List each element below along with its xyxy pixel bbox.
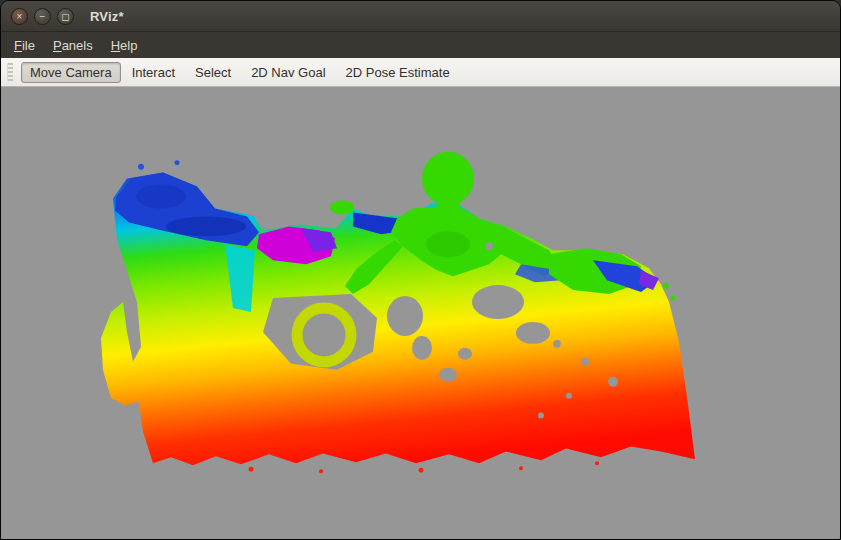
- blue-shade: [166, 216, 246, 236]
- tool-2d-pose-estimate[interactable]: 2D Pose Estimate: [337, 62, 459, 83]
- toolbar: Move Camera Interact Select 2D Nav Goal …: [1, 58, 840, 87]
- tool-interact[interactable]: Interact: [123, 62, 184, 83]
- blue-speck: [138, 164, 144, 170]
- torso-shade: [426, 231, 470, 257]
- blue-speck: [175, 160, 180, 165]
- red-specks: [249, 461, 600, 473]
- menu-panels[interactable]: Panels: [44, 35, 102, 56]
- close-icon[interactable]: ×: [11, 8, 28, 25]
- green-speck: [663, 283, 669, 289]
- toolbar-grip[interactable]: [7, 63, 13, 81]
- menubar: File Panels Help: [1, 32, 840, 58]
- tool-select[interactable]: Select: [186, 62, 240, 83]
- point-cloud: [1, 87, 840, 539]
- maximize-icon[interactable]: ◻: [57, 8, 74, 25]
- blue-shade-2: [136, 185, 186, 209]
- render-viewport[interactable]: [1, 87, 840, 539]
- menu-file[interactable]: File: [5, 35, 44, 56]
- window-title: RViz*: [90, 9, 124, 24]
- green-speck: [671, 296, 676, 301]
- green-blob-small: [330, 200, 354, 214]
- titlebar[interactable]: × − ◻ RViz*: [1, 1, 840, 32]
- tool-2d-nav-goal[interactable]: 2D Nav Goal: [242, 62, 334, 83]
- menu-help[interactable]: Help: [102, 35, 147, 56]
- rviz-window: × − ◻ RViz* File Panels Help Move Camera…: [0, 0, 841, 540]
- tool-move-camera[interactable]: Move Camera: [21, 62, 121, 83]
- minimize-icon[interactable]: −: [34, 8, 51, 25]
